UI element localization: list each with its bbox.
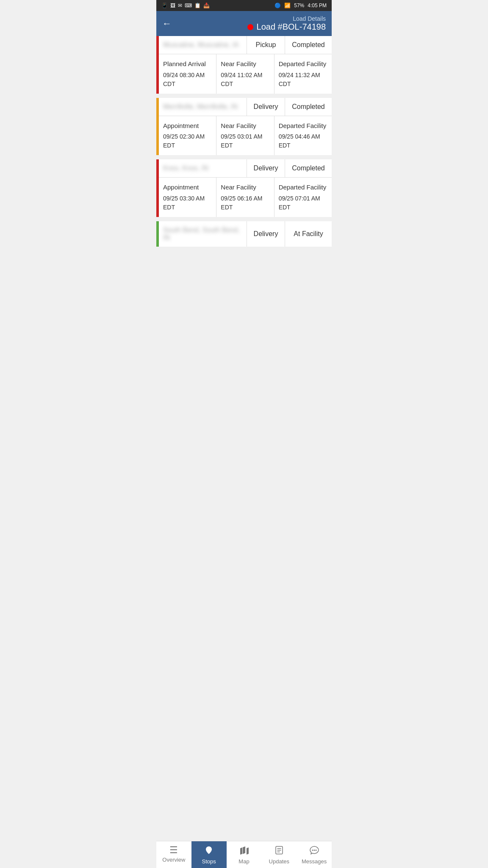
status-right: 🔵 📶 57% 4:05 PM: [274, 3, 327, 8]
stop-4-location: South Bend, South Bend, IN: [159, 221, 247, 247]
stop-3-status: Completed: [285, 159, 332, 177]
stop-1-location-text: Muscatine, Muscatine, IA: [163, 41, 239, 48]
stop-2-near-facility: Near Facility 09/25 03:01 AM EDT: [216, 116, 274, 156]
stop-3-value-2: 09/25 06:16 AM EDT: [221, 194, 269, 212]
header-left: ←: [162, 18, 176, 29]
header-title-section: Load Details Load #BOL-74198: [247, 15, 326, 32]
stop-card-3: Knox, Knox, IN Delivery Completed Appoin…: [156, 159, 332, 217]
tablet-icon: 📋: [194, 3, 201, 8]
stop-3-departed: Departed Facility 09/25 07:01 AM EDT: [274, 178, 332, 217]
stop-2-label-2: Near Facility: [221, 121, 269, 131]
stop-card-1: Muscatine, Muscatine, IA Pickup Complete…: [156, 36, 332, 94]
stop-3-label-2: Near Facility: [221, 183, 269, 192]
stop-4-status: At Facility: [285, 221, 332, 247]
stop-2-location-text: Merrillville, Merrillville, IN: [163, 103, 238, 110]
stop-2-status: Completed: [285, 98, 332, 116]
stop-2-value-1: 09/25 02:30 AM EDT: [163, 132, 212, 150]
stop-1-type: Pickup: [247, 36, 285, 54]
image-icon: 🖼: [170, 3, 175, 8]
stop-4-type: Delivery: [247, 221, 285, 247]
stop-1-label-1: Planned Arrival: [163, 59, 212, 69]
stop-3-times: Appointment 09/25 03:30 AM EDT Near Faci…: [159, 178, 332, 217]
stop-1-label-2: Near Facility: [221, 59, 269, 69]
stop-3-type: Delivery: [247, 159, 285, 177]
stop-3-appointment: Appointment 09/25 03:30 AM EDT: [159, 178, 216, 217]
time-text: 4:05 PM: [308, 3, 327, 8]
stop-1-label-3: Departed Facility: [279, 59, 327, 69]
wifi-icon: 📶: [284, 3, 291, 8]
stop-1-value-3: 09/24 11:32 AM CDT: [279, 71, 327, 89]
stop-3-near-facility: Near Facility 09/25 06:16 AM EDT: [216, 178, 274, 217]
stop-1-value-2: 09/24 11:02 AM CDT: [221, 71, 269, 89]
stop-2-location: Merrillville, Merrillville, IN: [159, 98, 247, 116]
stop-3-header: Knox, Knox, IN Delivery Completed: [159, 159, 332, 178]
header-load-number: Load #BOL-74198: [247, 22, 326, 32]
phone-icon: 📱: [161, 3, 168, 8]
mail-icon: ✉: [178, 3, 182, 8]
stop-1-departed: Departed Facility 09/24 11:32 AM CDT: [274, 54, 332, 94]
stop-1-header: Muscatine, Muscatine, IA Pickup Complete…: [159, 36, 332, 54]
battery-text: 57%: [294, 3, 304, 8]
stop-3-value-3: 09/25 07:01 AM EDT: [279, 194, 327, 212]
stop-2-header: Merrillville, Merrillville, IN Delivery …: [159, 98, 332, 116]
stop-2-times: Appointment 09/25 02:30 AM EDT Near Faci…: [159, 116, 332, 156]
keyboard-icon: ⌨: [185, 3, 192, 8]
stop-card-4: South Bend, South Bend, IN Delivery At F…: [156, 221, 332, 247]
recording-indicator: [247, 24, 253, 30]
header-title: Load Details: [247, 15, 326, 22]
bluetooth-icon: 🔵: [274, 3, 281, 8]
status-bar: 📱 🖼 ✉ ⌨ 📋 📥 🔵 📶 57% 4:05 PM: [156, 0, 332, 11]
stop-2-value-3: 09/25 04:46 AM EDT: [279, 132, 327, 150]
stop-2-label-3: Departed Facility: [279, 121, 327, 131]
back-button[interactable]: ←: [162, 18, 172, 29]
stop-4-location-text: South Bend, South Bend, IN: [163, 226, 240, 241]
download-icon: 📥: [203, 3, 210, 8]
stop-3-location-text: Knox, Knox, IN: [163, 164, 208, 172]
stop-3-value-1: 09/25 03:30 AM EDT: [163, 194, 212, 212]
stops-container: Muscatine, Muscatine, IA Pickup Complete…: [156, 36, 332, 285]
stop-1-location: Muscatine, Muscatine, IA: [159, 36, 247, 54]
load-number-text: Load #BOL-74198: [257, 22, 326, 32]
header: ← Load Details Load #BOL-74198: [156, 11, 332, 36]
stop-1-status: Completed: [285, 36, 332, 54]
stop-card-2: Merrillville, Merrillville, IN Delivery …: [156, 98, 332, 156]
status-icons: 📱 🖼 ✉ ⌨ 📋 📥: [161, 3, 210, 8]
stop-2-type: Delivery: [247, 98, 285, 116]
stop-1-value-1: 09/24 08:30 AM CDT: [163, 71, 212, 89]
stop-2-value-2: 09/25 03:01 AM EDT: [221, 132, 269, 150]
stop-1-near-facility: Near Facility 09/24 11:02 AM CDT: [216, 54, 274, 94]
stop-3-label-1: Appointment: [163, 183, 212, 192]
stop-2-label-1: Appointment: [163, 121, 212, 131]
stop-1-planned-arrival: Planned Arrival 09/24 08:30 AM CDT: [159, 54, 216, 94]
stop-2-appointment: Appointment 09/25 02:30 AM EDT: [159, 116, 216, 156]
stop-3-label-3: Departed Facility: [279, 183, 327, 192]
stop-3-location: Knox, Knox, IN: [159, 159, 247, 177]
stop-2-departed: Departed Facility 09/25 04:46 AM EDT: [274, 116, 332, 156]
stop-4-header: South Bend, South Bend, IN Delivery At F…: [159, 221, 332, 247]
stop-1-times: Planned Arrival 09/24 08:30 AM CDT Near …: [159, 54, 332, 94]
